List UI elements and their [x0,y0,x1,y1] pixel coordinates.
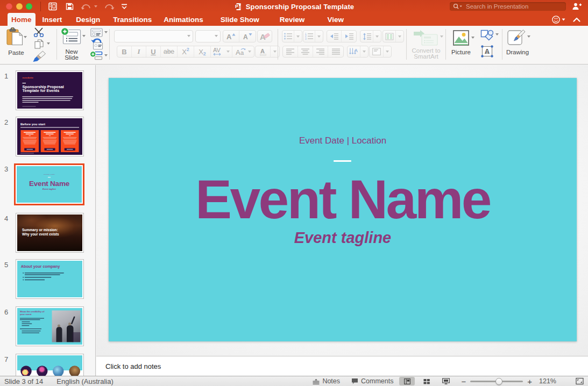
font-name-combo[interactable] [114,30,193,42]
superscript-button[interactable]: X2 [178,46,194,57]
layout-dropdown-icon[interactable] [104,31,108,33]
reset-slide-icon[interactable] [90,38,103,49]
increase-indent-button[interactable] [342,31,356,42]
picture-dropdown-icon[interactable] [471,37,474,39]
align-text-button[interactable] [370,46,384,57]
dropdown-caret-icon [317,35,321,38]
drawing-label[interactable]: Drawing [505,49,530,55]
paste-dropdown-icon[interactable] [24,36,27,38]
copy-dropdown-icon[interactable] [47,42,50,45]
new-slide-label[interactable]: New Slide [60,49,83,60]
line-spacing-button[interactable] [360,31,373,42]
picture-label[interactable]: Picture [449,49,473,55]
slide-thumbnail-6[interactable]: Show the credibility of your event [16,306,84,346]
drawing-dropdown-icon[interactable] [527,35,530,38]
format-painter-icon[interactable] [32,51,46,62]
tab-home[interactable]: Home [8,13,36,26]
slide-thumbnail-5[interactable]: About your company [16,259,84,299]
underline-button[interactable]: U [146,46,161,57]
numbering-dropdown[interactable] [315,31,323,42]
current-slide[interactable]: Event Date | Location Event Name Event t… [109,78,577,341]
align-right-button[interactable] [313,46,328,57]
section-dropdown-icon[interactable] [104,54,108,56]
copy-icon[interactable] [34,39,44,49]
slide-thumbnail-4[interactable]: Summary or mission: Why your event exist… [16,213,84,253]
slide-thumbnail-7[interactable] [16,354,84,376]
bullets-dropdown[interactable] [294,31,302,42]
tab-transitions[interactable]: Transitions [107,13,158,26]
notes-pane[interactable]: Click to add notes [96,356,588,376]
zoom-level[interactable]: 121% [539,377,556,385]
share-user-icon[interactable] [572,3,582,10]
line-spacing-dropdown[interactable] [373,31,381,42]
shapes-dropdown-icon[interactable] [495,33,499,35]
italic-button[interactable]: I [132,46,146,57]
slide-tagline[interactable]: Event tagline [109,229,577,247]
zoom-in-button[interactable]: + [527,377,532,386]
tab-animations[interactable]: Animations [158,13,209,26]
change-case-button[interactable]: A a [232,46,254,57]
notes-toggle[interactable]: Notes [313,377,340,385]
convert-smartart-label[interactable]: Convert to SmartArt [410,48,442,59]
drawing-icon[interactable] [507,29,525,46]
decrease-indent-button[interactable] [327,31,342,42]
slideshow-view-button[interactable] [438,377,454,385]
new-slide-dropdown-icon[interactable] [82,35,86,37]
thumb7-avatar-circle [69,366,81,376]
convert-smartart-dropdown-icon[interactable] [440,35,443,38]
tab-view[interactable]: View [320,13,351,26]
clear-formatting-button[interactable]: A [257,30,272,42]
slide-title[interactable]: Event Name [109,173,577,226]
paste-label[interactable]: Paste [3,50,29,56]
text-direction-button[interactable]: A [348,46,360,57]
shapes-icon[interactable] [480,30,493,41]
align-text-dropdown[interactable] [384,46,391,57]
numbering-button[interactable]: 1 2 3 [303,31,315,42]
font-color-button[interactable]: A [256,46,271,57]
strikethrough-button[interactable]: abe [161,46,178,57]
cut-icon[interactable] [33,27,45,37]
section-icon[interactable] [90,51,103,61]
tab-slide-show[interactable]: Slide Show [215,13,265,26]
justify-button[interactable] [328,46,343,57]
slide-thumbnail-2[interactable]: Before you start [16,117,84,156]
text-direction-dropdown[interactable] [360,46,368,57]
picture-icon[interactable] [453,30,469,46]
zoom-out-button[interactable]: − [461,377,466,386]
convert-smartart-icon[interactable] [413,30,438,46]
tab-design[interactable]: Design [69,13,107,26]
slide-thumbnail-1[interactable]: eventbrite Sponsorship Proposal Template… [16,70,84,110]
tab-insert[interactable]: Insert [36,13,69,26]
shrink-font-button[interactable]: A [239,31,256,42]
slide-sorter-view-button[interactable] [419,377,434,385]
align-center-button[interactable] [298,46,313,57]
columns-button[interactable] [383,31,396,42]
language-selector[interactable]: English (Australia) [56,377,114,385]
slide-thumbnail-3-selected[interactable]: Event Date | Location Event Name Event t… [14,163,84,205]
feedback-smiley-button[interactable] [552,16,565,24]
zoom-slider[interactable] [470,377,523,385]
new-slide-icon[interactable] [61,27,81,45]
bullets-button[interactable] [282,31,294,42]
slide-date-location[interactable]: Event Date | Location [109,135,577,146]
columns-dropdown[interactable] [396,31,403,42]
slide-layout-icon[interactable] [90,28,103,37]
subscript-button[interactable]: X2 [194,46,211,57]
thumb-text-line [26,134,34,135]
font-size-combo[interactable] [195,30,221,42]
grow-font-button[interactable]: A [223,31,239,42]
fit-slide-to-window-icon[interactable] [576,377,584,385]
character-spacing-button[interactable]: AV [211,46,232,57]
subscript-index: 2 [203,51,206,56]
comments-toggle[interactable]: Comments [351,377,393,385]
thumb-text-line [44,132,55,133]
thumb-text-line [63,141,77,142]
search-input[interactable]: Search in Presentation [450,2,566,11]
zoom-slider-thumb[interactable] [495,378,502,385]
collapse-ribbon-icon[interactable] [573,17,580,22]
tab-review[interactable]: Review [273,13,312,26]
text-box-icon[interactable]: A [480,45,494,58]
bold-button[interactable]: B [117,46,132,57]
normal-view-button[interactable] [399,377,415,385]
align-left-button[interactable] [283,46,298,57]
